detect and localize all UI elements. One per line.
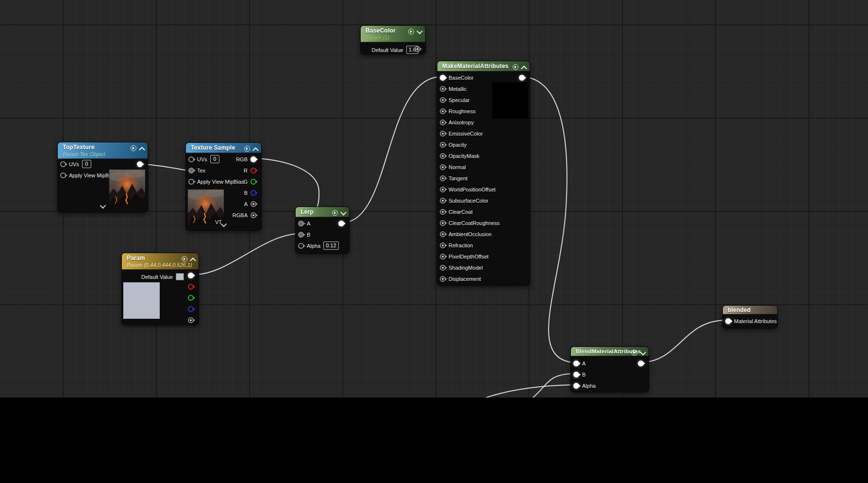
circle-arrow-icon[interactable] [332, 210, 338, 216]
pin-label: EmissiveColor [449, 131, 483, 137]
output-pin[interactable] [250, 156, 256, 162]
node-header[interactable]: blended [723, 306, 777, 314]
output-pin[interactable] [415, 46, 420, 52]
collapse-chevron-icon[interactable] [417, 28, 423, 34]
wire-param-to-lerp-b[interactable] [194, 234, 297, 275]
input-pin[interactable] [573, 372, 579, 378]
input-pin[interactable] [440, 276, 446, 282]
input-pin[interactable] [60, 172, 66, 178]
collapse-chevron-icon[interactable] [252, 147, 259, 153]
output-pin[interactable] [137, 161, 143, 167]
input-pin[interactable] [440, 86, 446, 92]
input-pin[interactable] [188, 168, 194, 173]
circle-arrow-icon[interactable] [131, 145, 136, 151]
input-pin[interactable] [440, 108, 446, 114]
input-pin[interactable] [725, 318, 731, 324]
output-pin[interactable] [250, 190, 256, 196]
input-pin[interactable] [440, 75, 446, 81]
collapse-chevron-icon[interactable] [340, 209, 347, 215]
pin-value-box[interactable]: 0 [82, 160, 91, 168]
input-pin[interactable] [440, 209, 446, 215]
input-pin[interactable] [298, 232, 304, 238]
circle-arrow-icon[interactable] [244, 146, 250, 152]
circle-arrow-icon[interactable] [182, 256, 187, 262]
pin-label: SubsurfaceColor [449, 198, 488, 204]
node-header[interactable]: BaseColor Param (1) [361, 26, 425, 42]
input-pin[interactable] [298, 221, 304, 226]
output-pin[interactable] [638, 361, 644, 366]
input-pin-row: Material Attributes [723, 315, 779, 327]
collapse-chevron-icon[interactable] [640, 349, 646, 355]
input-pin-row: Opacity [437, 139, 502, 150]
input-pin[interactable] [188, 156, 194, 162]
pin-value-box[interactable]: 0 [210, 155, 219, 163]
pin-label: Tangent [449, 175, 467, 181]
output-pin[interactable] [188, 295, 194, 301]
node-param[interactable]: Param Param (0.44,0.444,0.526,1) Default… [121, 253, 199, 325]
input-pin[interactable] [573, 361, 579, 366]
node-top-texture[interactable]: TopTexture Param Tex Object UVs 0 Apply … [57, 142, 148, 212]
wire-mma-to-blend-a[interactable] [524, 77, 573, 362]
input-pin[interactable] [573, 383, 579, 389]
expand-advanced-chevron-icon[interactable] [100, 202, 105, 210]
node-header[interactable]: Lerp [296, 207, 349, 217]
output-pin-row [514, 72, 527, 83]
bottom-letterbox [0, 397, 868, 483]
output-pin-row [183, 270, 196, 281]
output-pin[interactable] [250, 179, 256, 185]
node-header[interactable]: Texture Sample [186, 143, 261, 153]
node-blend-material-attributes[interactable]: BlendMaterialAttributes A B Alpha [570, 346, 649, 392]
node-header[interactable]: MakeMaterialAttributes [437, 61, 530, 71]
input-pin[interactable] [440, 231, 446, 237]
output-pin[interactable] [338, 221, 344, 226]
input-pin[interactable] [440, 164, 446, 170]
expand-advanced-chevron-icon[interactable] [221, 220, 226, 229]
circle-arrow-icon[interactable] [632, 350, 637, 356]
node-make-material-attributes[interactable]: MakeMaterialAttributes BaseColor Metalli… [437, 61, 530, 286]
output-pin[interactable] [250, 168, 256, 173]
output-pin[interactable] [250, 201, 256, 207]
input-pin[interactable] [440, 97, 446, 103]
input-pin[interactable] [440, 142, 446, 148]
input-pin[interactable] [60, 161, 66, 167]
node-subtitle: Param (0.44,0.444,0.526,1) [127, 262, 194, 268]
input-pin[interactable] [440, 254, 446, 259]
pin-value-box[interactable]: 0.12 [323, 242, 338, 250]
circle-arrow-icon[interactable] [513, 64, 518, 70]
pin-label: Tex [197, 168, 205, 173]
output-pin[interactable] [188, 317, 194, 323]
wire-offscreen-to-blend-alpha[interactable] [486, 385, 573, 397]
input-pin[interactable] [440, 131, 446, 137]
graph-canvas[interactable]: TopTexture Param Tex Object UVs 0 Apply … [0, 0, 868, 397]
input-pin[interactable] [440, 153, 446, 159]
node-texture-sample[interactable]: Texture Sample UVs 0 Tex Apply View MipB… [185, 142, 262, 231]
output-pin[interactable] [250, 212, 256, 218]
circle-arrow-icon[interactable] [408, 29, 414, 34]
input-pin[interactable] [440, 265, 446, 271]
input-pin-row: Alpha 0.12 [296, 240, 341, 251]
input-pin[interactable] [188, 179, 194, 185]
input-pin[interactable] [440, 220, 446, 226]
node-header[interactable]: BlendMaterialAttributes [571, 347, 649, 356]
input-pin-row: OpacityMask [437, 150, 502, 161]
node-lerp[interactable]: Lerp A B Alpha 0.12 [295, 207, 350, 254]
output-pin[interactable] [188, 273, 194, 278]
input-pin[interactable] [440, 175, 446, 181]
node-header[interactable]: TopTexture Param Tex Object [58, 142, 148, 159]
collapse-chevron-icon[interactable] [521, 65, 527, 71]
node-header[interactable]: Param Param (0.44,0.444,0.526,1) [122, 253, 199, 270]
wire-blend-to-blended[interactable] [641, 320, 724, 362]
input-pin[interactable] [440, 242, 446, 248]
wire-lerp-to-basecolor[interactable] [344, 77, 438, 223]
input-pin[interactable] [440, 198, 446, 204]
output-pin[interactable] [519, 75, 525, 81]
node-base-color[interactable]: BaseColor Param (1) Default Value 1.0 [360, 25, 426, 54]
texture-preview [109, 170, 145, 206]
wire-toptexture-to-tex[interactable] [142, 164, 189, 171]
input-pin[interactable] [440, 120, 446, 125]
input-pin[interactable] [298, 243, 304, 249]
node-blended-output[interactable]: blended Material Attributes [722, 305, 778, 328]
output-pin[interactable] [188, 306, 194, 312]
input-pin[interactable] [440, 187, 446, 192]
output-pin[interactable] [188, 284, 194, 290]
